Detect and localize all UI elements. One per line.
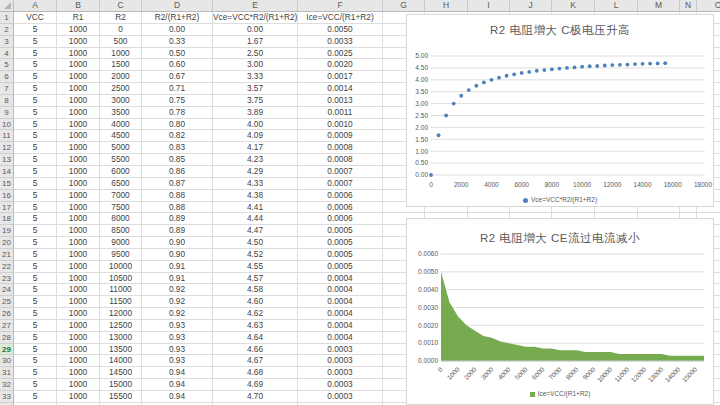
cell[interactable]: 5 (14, 166, 57, 178)
cell[interactable]: 500 (100, 36, 142, 48)
cell[interactable]: 4000 (100, 119, 142, 131)
row-header-29[interactable]: 29 (0, 344, 14, 356)
cell[interactable]: 6500 (100, 178, 142, 190)
cell[interactable]: 14500 (100, 367, 142, 379)
cell[interactable]: 3.75 (213, 95, 298, 107)
cell[interactable]: 3.89 (213, 107, 298, 119)
cell[interactable]: 1000 (57, 296, 100, 308)
column-header-k[interactable]: K (552, 0, 595, 11)
cell[interactable]: 1000 (57, 202, 100, 214)
cell[interactable]: 4.70 (213, 391, 298, 403)
row-header-17[interactable]: 17 (0, 202, 14, 214)
cell[interactable]: 1000 (100, 48, 142, 60)
cell[interactable]: 1.67 (213, 36, 298, 48)
row-header-30[interactable]: 30 (0, 355, 14, 367)
cell[interactable]: 4.23 (213, 154, 298, 166)
cell[interactable]: 0.91 (142, 261, 213, 273)
cell[interactable]: R2 (100, 12, 142, 24)
cell[interactable]: Ice=VCC/(R1+R2) (298, 12, 383, 24)
row-header-10[interactable]: 10 (0, 119, 14, 131)
cell[interactable]: 0.0004 (298, 320, 383, 332)
cell[interactable]: 5 (14, 296, 57, 308)
cell[interactable]: 5 (14, 142, 57, 154)
cell[interactable]: 3.33 (213, 71, 298, 83)
cell[interactable]: 0.0009 (298, 130, 383, 142)
cell[interactable]: 4.60 (213, 296, 298, 308)
cell[interactable]: 4.17 (213, 142, 298, 154)
row-header-11[interactable]: 11 (0, 130, 14, 142)
cell[interactable]: 5 (14, 367, 57, 379)
cell[interactable]: 4.69 (213, 379, 298, 391)
cell[interactable]: 4.29 (213, 166, 298, 178)
column-header-d[interactable]: D (142, 0, 213, 11)
cell[interactable]: 0.0003 (298, 391, 383, 403)
row-header-26[interactable]: 26 (0, 308, 14, 320)
row-header-12[interactable]: 12 (0, 142, 14, 154)
cell[interactable]: 1000 (57, 237, 100, 249)
cell[interactable]: 5 (14, 320, 57, 332)
row-header-19[interactable]: 19 (0, 225, 14, 237)
row-header-24[interactable]: 24 (0, 284, 14, 296)
cell[interactable]: 1000 (57, 83, 100, 95)
cell[interactable]: 1000 (57, 178, 100, 190)
cell[interactable]: 4500 (100, 130, 142, 142)
cell[interactable]: 1000 (57, 379, 100, 391)
cell[interactable]: 1000 (57, 367, 100, 379)
row-header-6[interactable]: 6 (0, 71, 14, 83)
cell[interactable]: 0.0004 (298, 308, 383, 320)
row-header-20[interactable]: 20 (0, 237, 14, 249)
row-header-22[interactable]: 22 (0, 261, 14, 273)
cell[interactable]: 5 (14, 130, 57, 142)
cell[interactable]: 0.92 (142, 284, 213, 296)
chart-ice-area[interactable]: 0.00000.00100.00200.00300.00400.00500.00… (406, 218, 714, 405)
select-all-corner[interactable] (0, 0, 14, 11)
cell[interactable]: 0.0008 (298, 142, 383, 154)
cell[interactable]: 0.83 (142, 142, 213, 154)
cell[interactable]: 0.00 (213, 24, 298, 36)
cell[interactable]: 5 (14, 202, 57, 214)
cell[interactable]: 5 (14, 190, 57, 202)
cell[interactable]: 1000 (57, 48, 100, 60)
cell[interactable]: 5 (14, 24, 57, 36)
column-header-h[interactable]: H (425, 0, 468, 11)
cell[interactable]: 1000 (57, 71, 100, 83)
row-header-2[interactable]: 2 (0, 24, 14, 36)
cell[interactable]: 4.58 (213, 284, 298, 296)
cell[interactable]: 0.90 (142, 249, 213, 261)
row-header-18[interactable]: 18 (0, 213, 14, 225)
cell[interactable]: Vce=VCC*R2/(R1+R2) (213, 12, 298, 24)
row-header-31[interactable]: 31 (0, 367, 14, 379)
cell[interactable]: 0.0005 (298, 225, 383, 237)
cell[interactable]: 0.0004 (298, 284, 383, 296)
cell[interactable]: 0.85 (142, 154, 213, 166)
cell[interactable]: 1000 (57, 249, 100, 261)
cell[interactable]: 9000 (100, 237, 142, 249)
cell[interactable]: 4.00 (213, 119, 298, 131)
cell[interactable]: 4.41 (213, 202, 298, 214)
cell[interactable]: 0.0014 (298, 83, 383, 95)
cell[interactable]: 4.62 (213, 308, 298, 320)
cell[interactable]: 1000 (57, 59, 100, 71)
cell[interactable]: R2/(R1+R2) (142, 12, 213, 24)
cell[interactable]: 0.80 (142, 119, 213, 131)
cell[interactable]: 1000 (57, 261, 100, 273)
cell[interactable]: 11000 (100, 284, 142, 296)
row-header-5[interactable]: 5 (0, 59, 14, 71)
cell[interactable]: 1000 (57, 130, 100, 142)
row-header-33[interactable]: 33 (0, 391, 14, 403)
cell[interactable]: 1500 (100, 59, 142, 71)
cell[interactable]: 0.88 (142, 190, 213, 202)
cell[interactable]: 0.0006 (298, 190, 383, 202)
cell[interactable]: 15000 (100, 379, 142, 391)
row-header-7[interactable]: 7 (0, 83, 14, 95)
cell[interactable]: R1 (57, 12, 100, 24)
cell[interactable]: 0.0017 (298, 71, 383, 83)
cell[interactable]: 0.0005 (298, 237, 383, 249)
cell[interactable]: 1000 (57, 344, 100, 356)
cell[interactable]: 1000 (57, 107, 100, 119)
cell[interactable]: 0.00 (142, 24, 213, 36)
column-header-f[interactable]: F (298, 0, 383, 11)
cell[interactable]: 4.50 (213, 237, 298, 249)
cell[interactable]: 0.78 (142, 107, 213, 119)
cell[interactable]: 1000 (57, 225, 100, 237)
